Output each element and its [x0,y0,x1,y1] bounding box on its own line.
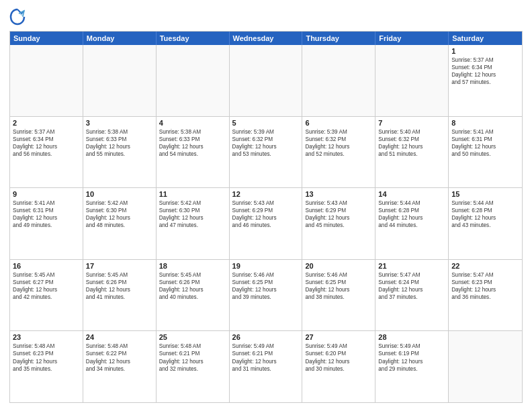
day-info: Sunrise: 5:41 AM Sunset: 6:31 PM Dayligh… [451,128,519,158]
day-header-saturday: Saturday [449,32,522,45]
day-number: 4 [159,119,226,127]
day-cell: 11Sunrise: 5:42 AM Sunset: 6:30 PM Dayli… [157,188,230,259]
calendar: SundayMondayTuesdayWednesdayThursdayFrid… [9,31,523,403]
day-header-monday: Monday [83,32,157,45]
day-info: Sunrise: 5:44 AM Sunset: 6:28 PM Dayligh… [378,199,445,229]
day-cell: 28Sunrise: 5:49 AM Sunset: 6:19 PM Dayli… [375,331,449,402]
day-cell: 13Sunrise: 5:43 AM Sunset: 6:29 PM Dayli… [302,188,375,259]
day-header-sunday: Sunday [10,32,83,45]
day-cell: 15Sunrise: 5:44 AM Sunset: 6:28 PM Dayli… [449,188,522,259]
day-cell: 16Sunrise: 5:45 AM Sunset: 6:27 PM Dayli… [10,260,83,331]
day-cell: 26Sunrise: 5:49 AM Sunset: 6:21 PM Dayli… [230,331,303,402]
header [9,8,523,27]
day-info: Sunrise: 5:48 AM Sunset: 6:21 PM Dayligh… [159,342,226,372]
day-cell: 17Sunrise: 5:45 AM Sunset: 6:26 PM Dayli… [83,260,157,331]
day-cell: 25Sunrise: 5:48 AM Sunset: 6:21 PM Dayli… [157,331,230,402]
day-info: Sunrise: 5:37 AM Sunset: 6:34 PM Dayligh… [451,56,519,86]
day-number: 27 [305,333,372,341]
day-cell: 24Sunrise: 5:48 AM Sunset: 6:22 PM Dayli… [83,331,157,402]
day-info: Sunrise: 5:42 AM Sunset: 6:30 PM Dayligh… [159,199,226,229]
day-cell: 5Sunrise: 5:39 AM Sunset: 6:32 PM Daylig… [230,117,303,188]
logo [9,8,28,27]
day-cell [302,45,375,116]
day-number: 24 [86,333,153,341]
day-info: Sunrise: 5:37 AM Sunset: 6:34 PM Dayligh… [13,128,80,158]
week-row-4: 16Sunrise: 5:45 AM Sunset: 6:27 PM Dayli… [10,260,522,332]
day-cell: 2Sunrise: 5:37 AM Sunset: 6:34 PM Daylig… [10,117,83,188]
day-info: Sunrise: 5:48 AM Sunset: 6:22 PM Dayligh… [86,342,153,372]
day-cell [449,331,522,402]
day-number: 25 [159,333,226,341]
day-number: 28 [378,333,445,341]
day-cell: 18Sunrise: 5:45 AM Sunset: 6:26 PM Dayli… [157,260,230,331]
day-info: Sunrise: 5:38 AM Sunset: 6:33 PM Dayligh… [86,128,153,158]
day-number: 1 [451,47,519,55]
day-number: 11 [159,190,226,198]
day-info: Sunrise: 5:39 AM Sunset: 6:32 PM Dayligh… [305,128,372,158]
day-cell: 6Sunrise: 5:39 AM Sunset: 6:32 PM Daylig… [302,117,375,188]
day-cell: 9Sunrise: 5:41 AM Sunset: 6:31 PM Daylig… [10,188,83,259]
day-cell: 20Sunrise: 5:46 AM Sunset: 6:25 PM Dayli… [302,260,375,331]
day-info: Sunrise: 5:39 AM Sunset: 6:32 PM Dayligh… [232,128,300,158]
day-info: Sunrise: 5:46 AM Sunset: 6:25 PM Dayligh… [305,271,372,301]
day-number: 26 [232,333,300,341]
week-row-5: 23Sunrise: 5:48 AM Sunset: 6:23 PM Dayli… [10,331,522,402]
day-header-tuesday: Tuesday [157,32,230,45]
day-info: Sunrise: 5:43 AM Sunset: 6:29 PM Dayligh… [305,199,372,229]
week-row-3: 9Sunrise: 5:41 AM Sunset: 6:31 PM Daylig… [10,188,522,260]
day-info: Sunrise: 5:40 AM Sunset: 6:32 PM Dayligh… [378,128,445,158]
day-number: 17 [86,262,153,270]
day-number: 13 [305,190,372,198]
page: SundayMondayTuesdayWednesdayThursdayFrid… [0,0,532,411]
day-cell: 7Sunrise: 5:40 AM Sunset: 6:32 PM Daylig… [375,117,449,188]
day-header-friday: Friday [375,32,449,45]
day-info: Sunrise: 5:49 AM Sunset: 6:21 PM Dayligh… [232,342,300,372]
day-cell: 21Sunrise: 5:47 AM Sunset: 6:24 PM Dayli… [375,260,449,331]
day-info: Sunrise: 5:47 AM Sunset: 6:24 PM Dayligh… [378,271,445,301]
day-number: 5 [232,119,300,127]
day-number: 23 [13,333,80,341]
day-cell: 27Sunrise: 5:49 AM Sunset: 6:20 PM Dayli… [302,331,375,402]
day-number: 21 [378,262,445,270]
day-number: 8 [451,119,519,127]
day-info: Sunrise: 5:49 AM Sunset: 6:20 PM Dayligh… [305,342,372,372]
day-headers: SundayMondayTuesdayWednesdayThursdayFrid… [10,32,522,45]
day-number: 19 [232,262,300,270]
day-cell: 23Sunrise: 5:48 AM Sunset: 6:23 PM Dayli… [10,331,83,402]
day-cell: 22Sunrise: 5:47 AM Sunset: 6:23 PM Dayli… [449,260,522,331]
day-cell: 1Sunrise: 5:37 AM Sunset: 6:34 PM Daylig… [449,45,522,116]
day-cell [157,45,230,116]
day-info: Sunrise: 5:45 AM Sunset: 6:26 PM Dayligh… [159,271,226,301]
day-number: 18 [159,262,226,270]
day-info: Sunrise: 5:46 AM Sunset: 6:25 PM Dayligh… [232,271,300,301]
day-number: 14 [378,190,445,198]
day-header-thursday: Thursday [302,32,375,45]
day-number: 9 [13,190,80,198]
day-cell [230,45,303,116]
day-number: 16 [13,262,80,270]
day-info: Sunrise: 5:41 AM Sunset: 6:31 PM Dayligh… [13,199,80,229]
day-info: Sunrise: 5:44 AM Sunset: 6:28 PM Dayligh… [451,199,519,229]
day-number: 22 [451,262,519,270]
day-cell: 19Sunrise: 5:46 AM Sunset: 6:25 PM Dayli… [230,260,303,331]
day-cell [83,45,157,116]
day-info: Sunrise: 5:47 AM Sunset: 6:23 PM Dayligh… [451,271,519,301]
logo-icon [9,8,26,27]
calendar-body: 1Sunrise: 5:37 AM Sunset: 6:34 PM Daylig… [10,45,522,402]
day-number: 2 [13,119,80,127]
day-cell: 3Sunrise: 5:38 AM Sunset: 6:33 PM Daylig… [83,117,157,188]
day-number: 12 [232,190,300,198]
day-number: 3 [86,119,153,127]
week-row-1: 1Sunrise: 5:37 AM Sunset: 6:34 PM Daylig… [10,45,522,117]
day-info: Sunrise: 5:49 AM Sunset: 6:19 PM Dayligh… [378,342,445,372]
day-info: Sunrise: 5:38 AM Sunset: 6:33 PM Dayligh… [159,128,226,158]
day-info: Sunrise: 5:42 AM Sunset: 6:30 PM Dayligh… [86,199,153,229]
week-row-2: 2Sunrise: 5:37 AM Sunset: 6:34 PM Daylig… [10,117,522,189]
day-info: Sunrise: 5:45 AM Sunset: 6:27 PM Dayligh… [13,271,80,301]
day-number: 6 [305,119,372,127]
day-cell: 10Sunrise: 5:42 AM Sunset: 6:30 PM Dayli… [83,188,157,259]
day-number: 7 [378,119,445,127]
day-cell: 12Sunrise: 5:43 AM Sunset: 6:29 PM Dayli… [230,188,303,259]
day-cell: 4Sunrise: 5:38 AM Sunset: 6:33 PM Daylig… [157,117,230,188]
day-number: 15 [451,190,519,198]
